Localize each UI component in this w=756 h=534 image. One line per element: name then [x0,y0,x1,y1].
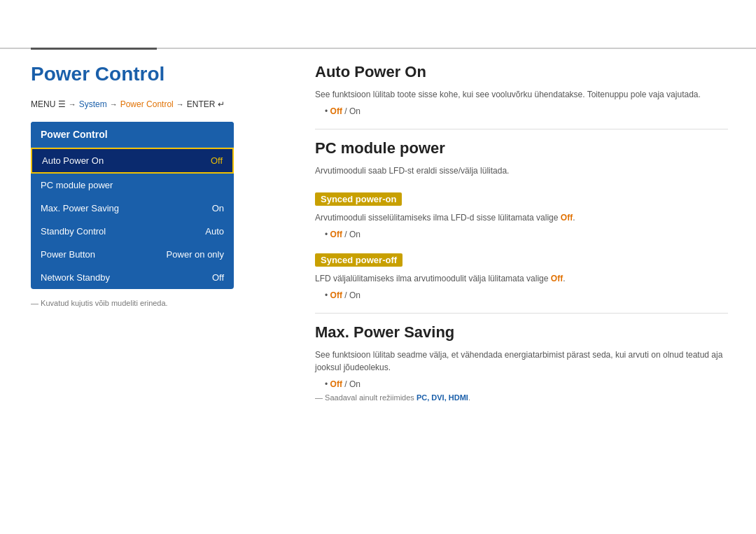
footnote: Kuvatud kujutis võib mudeliti erineda. [31,299,283,307]
auto-power-on-title: Auto Power On [315,63,728,81]
breadcrumb-menu: MENU ☰ [31,99,66,109]
breadcrumb-arrow2: → [110,100,118,108]
right-panel: Auto Power On See funktsioon lülitab too… [315,63,728,402]
menu-item-pc-module-power[interactable]: PC module power [31,174,234,197]
max-power-saving-title: Max. Power Saving [315,323,728,342]
max-power-saving-options: Off / On [325,379,728,389]
menu-header: Power Control [31,122,234,148]
menu-item-power-button[interactable]: Power ButtonPower on only [31,243,234,266]
synced-on-options: Off / On [325,230,728,239]
breadcrumb-enter: ENTER ↵ [187,99,225,109]
pc-module-section: PC module power Arvutimooduli saab LFD-s… [315,139,728,300]
divider-1 [315,129,728,129]
synced-off-highlight: Off [551,274,563,283]
page-title: Power Control [31,63,283,85]
breadcrumb-arrow3: → [176,100,184,108]
left-panel: Power Control MENU ☰ → System → Power Co… [31,56,283,307]
breadcrumb-arrow1: → [69,100,76,108]
auto-power-on-slash: / On [344,106,360,116]
menu-item-label: Network Standby [41,272,110,283]
breadcrumb-power-control: Power Control [120,99,174,109]
menu-item-value: Power on only [167,249,224,260]
menu-item-label: Max. Power Saving [41,203,119,213]
auto-power-on-off: Off [330,106,342,116]
synced-off-off: Off [330,290,342,300]
synced-on-highlight: Off [561,213,573,223]
menu-item-label: Auto Power On [42,155,104,166]
synced-on-off: Off [330,230,342,239]
synced-power-on-label: Synced power-on [315,192,402,206]
menu-item-max.-power-saving[interactable]: Max. Power SavingOn [31,197,234,220]
auto-power-on-section: Auto Power On See funktsioon lülitab too… [315,63,728,116]
menu-item-label: Standby Control [41,226,106,237]
max-power-saving-off: Off [330,379,342,389]
menu-item-auto-power-on[interactable]: Auto Power OnOff [31,148,234,174]
max-power-saving-modes: PC, DVI, HDMI [416,393,468,402]
menu-item-value: Off [211,155,223,166]
auto-power-on-desc: See funktsioon lülitab toote sisse kohe,… [315,88,728,101]
synced-off-options: Off / On [325,290,728,300]
synced-on-desc: Arvutimooduli sisselülitamiseks ilma LFD… [315,211,728,224]
top-divider-accent [31,48,157,50]
pc-module-title: PC module power [315,139,728,157]
menu-item-value: Auto [205,226,224,237]
synced-off-desc: LFD väljalülitamiseks ilma arvutimooduli… [315,272,728,285]
menu-item-value: Off [212,272,224,283]
menu-item-network-standby[interactable]: Network StandbyOff [31,266,234,289]
breadcrumb: MENU ☰ → System → Power Control → ENTER … [31,99,283,109]
max-power-saving-desc: See funktsioon lülitab seadme välja, et … [315,349,728,374]
menu-item-standby-control[interactable]: Standby ControlAuto [31,220,234,243]
menu-item-label: Power Button [41,249,95,260]
auto-power-on-options: Off / On [325,106,728,116]
breadcrumb-system: System [79,99,107,109]
synced-power-off-label: Synced power-off [315,253,402,267]
power-control-menu: Power Control Auto Power OnOffPC module … [31,122,234,289]
menu-item-value: On [212,203,224,213]
pc-module-desc: Arvutimooduli saab LFD-st eraldi sisse/v… [315,164,728,177]
max-power-saving-note: Saadaval ainult režiimides PC, DVI, HDMI… [315,393,728,402]
divider-2 [315,313,728,314]
menu-item-label: PC module power [41,180,113,190]
max-power-saving-section: Max. Power Saving See funktsioon lülitab… [315,323,728,402]
